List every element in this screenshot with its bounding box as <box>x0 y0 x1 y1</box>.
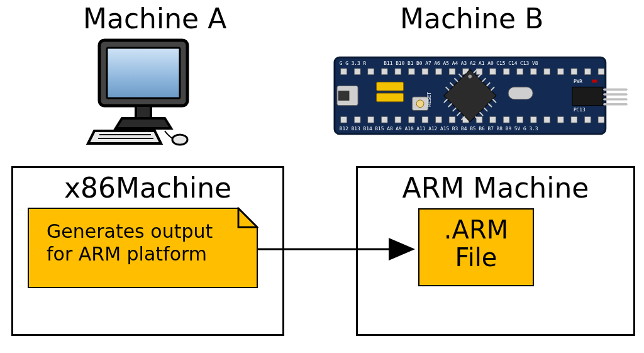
arrow-x86-to-arm <box>0 0 644 353</box>
diagram-canvas: Machine A Machine B G G 3.3 R <box>0 0 644 353</box>
